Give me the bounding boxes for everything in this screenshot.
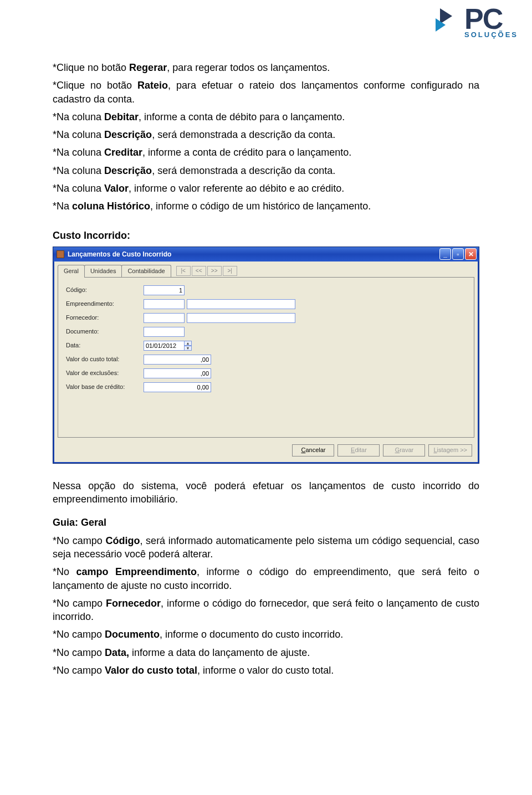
section-heading: Custo Incorrido: xyxy=(53,229,479,242)
paragraph: *No campo Empreendimento, informe o códi… xyxy=(53,565,479,592)
empreendimento-desc-input[interactable] xyxy=(187,299,295,309)
paragraph: *Na coluna Valor, informe o valor refere… xyxy=(53,182,479,195)
fornecedor-label: Fornecedor: xyxy=(66,314,144,322)
date-spinner[interactable]: ▲ ▼ xyxy=(184,341,192,351)
paragraph: *Clique no botão Regerar, para regerar t… xyxy=(53,61,479,74)
cancelar-button[interactable]: CCancelarancelar xyxy=(292,444,334,457)
nav-next-button[interactable]: >> xyxy=(207,266,222,276)
valor-exclusoes-input[interactable] xyxy=(144,368,211,378)
empreendimento-code-input[interactable] xyxy=(144,299,185,309)
tab-geral[interactable]: Geral xyxy=(58,265,85,278)
paragraph: *Na coluna Debitar, informe a conta de d… xyxy=(53,110,479,124)
logo-mark-icon xyxy=(436,5,461,38)
valor-custo-total-label: Valor do custo total: xyxy=(66,355,144,363)
form-panel: Código: Empreendimento: Fornecedor: xyxy=(58,277,474,438)
paragraph: *No campo Data, informe a data do lançam… xyxy=(53,646,479,659)
gravar-button[interactable]: GravarGravar xyxy=(383,444,425,457)
logo-brand-text: PC xyxy=(464,4,518,33)
paragraph: Nessa opção do sistema, você poderá efet… xyxy=(53,479,479,506)
valor-base-credito-input[interactable] xyxy=(144,382,211,392)
tab-contabilidade[interactable]: Contabilidade xyxy=(121,265,171,277)
brand-logo: PC SOLUÇÕES xyxy=(436,4,518,38)
window-title: Lançamentos de Custo Incorrido xyxy=(68,250,171,259)
codigo-label: Código: xyxy=(66,286,144,294)
paragraph: *No campo Valor do custo total, informe … xyxy=(53,664,479,677)
valor-exclusoes-label: Valor de exclusões: xyxy=(66,369,144,377)
tab-unidades[interactable]: Unidades xyxy=(84,265,122,277)
window-titlebar: Lançamentos de Custo Incorrido _ ▫ ✕ xyxy=(53,247,479,261)
spin-up-icon[interactable]: ▲ xyxy=(184,341,192,346)
listagem-button[interactable]: Listagem >>Listagem >> xyxy=(428,444,472,457)
documento-input[interactable] xyxy=(144,327,185,337)
section-heading: Guia: Geral xyxy=(53,516,479,529)
valor-base-credito-label: Valor base de crédito: xyxy=(66,383,144,391)
fornecedor-code-input[interactable] xyxy=(144,313,185,323)
paragraph: *No campo Fornecedor, informe o código d… xyxy=(53,597,479,624)
paragraph: *Na coluna Creditar, informe a conta de … xyxy=(53,146,479,159)
nav-first-button[interactable]: |< xyxy=(176,266,191,276)
paragraph: *Na coluna Descrição, será demonstrada a… xyxy=(53,164,479,177)
window-app-icon xyxy=(57,250,64,258)
paragraph: *Na coluna Descrição, será demonstrada a… xyxy=(53,128,479,141)
spin-down-icon[interactable]: ▼ xyxy=(184,346,192,351)
svg-marker-0 xyxy=(440,8,452,24)
codigo-input[interactable] xyxy=(144,285,185,295)
paragraph: *Clique no botão Rateio, para efetuar o … xyxy=(53,79,479,106)
editar-button[interactable]: EditarEditar xyxy=(337,444,380,457)
empreendimento-label: Empreendimento: xyxy=(66,300,144,308)
logo-tagline: SOLUÇÕES xyxy=(464,31,518,38)
paragraph: *No campo Código, será informado automat… xyxy=(53,534,479,561)
close-button[interactable]: ✕ xyxy=(465,248,477,260)
valor-custo-total-input[interactable] xyxy=(144,355,211,365)
minimize-button[interactable]: _ xyxy=(439,248,451,260)
documento-label: Documento: xyxy=(66,327,144,336)
data-input[interactable] xyxy=(144,341,185,351)
paragraph: *Na coluna Histórico, informe o código d… xyxy=(53,199,479,213)
nav-last-button[interactable]: >| xyxy=(223,266,237,276)
data-label: Data: xyxy=(66,341,144,350)
fornecedor-desc-input[interactable] xyxy=(187,313,295,323)
paragraph: *No campo Documento, informe o documento… xyxy=(53,628,479,641)
maximize-button[interactable]: ▫ xyxy=(452,248,464,260)
dialog-window: Lançamentos de Custo Incorrido _ ▫ ✕ Ger… xyxy=(53,247,479,464)
nav-prev-button[interactable]: << xyxy=(192,266,206,276)
